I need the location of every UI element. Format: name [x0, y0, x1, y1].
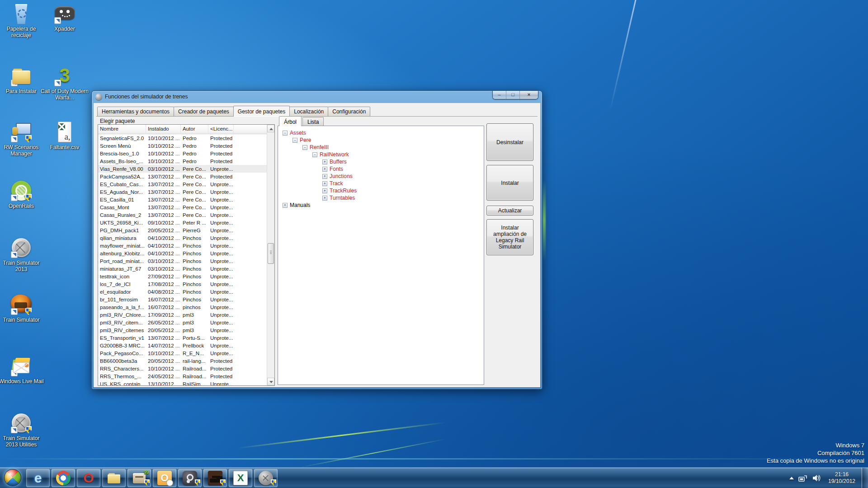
desktop-icon-windows-live-mail[interactable]: Windows Live Mail: [0, 355, 46, 385]
view-tab[interactable]: Lista: [302, 117, 324, 126]
G2000BB-3 MRC...[interactable]: G2000BB-3 MRC... 14/07/2012 ... Prellboc…: [98, 342, 267, 349]
taskbar-excel[interactable]: X: [229, 469, 252, 487]
tree-expander-icon[interactable]: +: [322, 167, 327, 172]
tab[interactable]: Creador de paquetes: [174, 107, 234, 116]
desktop-icon-train-simulator-2013-utilities[interactable]: Train Simulator 2013 Utilities: [0, 412, 46, 448]
tree-expander-icon[interactable]: +: [322, 160, 327, 164]
tree-expander-icon[interactable]: +: [322, 181, 327, 186]
window-titlebar[interactable]: Funciones del simulador de trenes: [92, 91, 542, 103]
tab[interactable]: Localización: [289, 107, 328, 116]
ES_Casilla_01[interactable]: ES_Casilla_01 13/07/2012 ... Pere Co... …: [98, 196, 267, 203]
tab[interactable]: Gestor de paquetes: [233, 106, 290, 117]
taskbar-outlook[interactable]: O: [153, 469, 176, 487]
altenburg_Klobitz...[interactable]: altenburg_Klobitz... 04/10/2012 ... Pinc…: [98, 249, 267, 257]
Assets_Bs-Iseo_...[interactable]: Assets_Bs-Iseo_... 10/10/2012 ... Pedro …: [98, 157, 267, 165]
Casas_Rurales_2[interactable]: Casas_Rurales_2 13/07/2012 ... Pere Co..…: [98, 211, 267, 219]
scroll-down-arrow-icon[interactable]: [267, 378, 274, 385]
network-icon[interactable]: [798, 474, 807, 482]
tree-expander-icon[interactable]: +: [283, 203, 288, 208]
taskbar-railworks[interactable]: [203, 469, 227, 487]
Port_road_miniat...[interactable]: Port_road_miniat... 03/10/2012 ... Pinch…: [98, 257, 267, 265]
ES_Aguada_Nor...[interactable]: ES_Aguada_Nor... 13/07/2012 ... Pere Co.…: [98, 188, 267, 196]
SegnaleticaFS_2.0[interactable]: SegnaleticaFS_2.0 10/10/2012 ... Pedro P…: [98, 134, 267, 142]
start-button[interactable]: [4, 469, 22, 487]
desktop-icon-xpadder[interactable]: Xpadder: [40, 3, 90, 32]
taskbar-app-99[interactable]: 99: [127, 469, 151, 487]
tab[interactable]: Herramientas y documentos: [97, 107, 174, 116]
action-button[interactable]: Instalar: [486, 165, 533, 201]
miniaturas_JT_67[interactable]: miniaturas_JT_67 03/10/2012 ... Pinchos …: [98, 265, 267, 272]
list-scrollbar[interactable]: [267, 125, 274, 385]
scroll-thumb[interactable]: [268, 243, 274, 264]
tree-expander-icon[interactable]: -: [302, 145, 307, 150]
Vias_Renfe_V8.00[interactable]: Vias_Renfe_V8.00 03/10/2012 ... Pere Co.…: [98, 165, 267, 173]
tree-expander-icon[interactable]: -: [312, 152, 317, 157]
RRS_Thermos_...[interactable]: RRS_Thermos_... 24/05/2012 ... Railroad.…: [98, 372, 267, 380]
tree-node[interactable]: + Manuals: [283, 202, 484, 209]
desktop-icon-call-of-duty[interactable]: 3 Call of Duty Modern Warfa...: [40, 65, 90, 101]
tree-node[interactable]: + Buffers: [322, 158, 484, 165]
tree-node[interactable]: - RenfeIII: [302, 144, 484, 151]
desktop-icon-recycle-bin[interactable]: Papelera de reciclaje: [0, 3, 46, 38]
column-header[interactable]: <Licenc...: [208, 125, 234, 134]
taskbar-steam[interactable]: [178, 469, 202, 487]
tree-expander-icon[interactable]: -: [283, 131, 288, 136]
qilian_miniatura[interactable]: qilian_miniatura 04/10/2012 ... Pinchos …: [98, 234, 267, 242]
ES_Transportin_v1[interactable]: ES_Transportin_v1 13/07/2012 ... Portu-S…: [98, 334, 267, 342]
PackCampsa52A...[interactable]: PackCampsa52A... 13/07/2012 ... Pere Co.…: [98, 173, 267, 180]
mayflower_miniat...[interactable]: mayflower_miniat... 04/10/2012 ... Pinch…: [98, 242, 267, 249]
desktop-icon-train-simulator[interactable]: Train Simulator: [0, 294, 46, 323]
column-header[interactable]: Nombre: [98, 125, 146, 134]
los_7_de_ICI[interactable]: los_7_de_ICI 17/08/2012 ... Pinchos Unpr…: [98, 280, 267, 288]
tree-node[interactable]: + Turntables: [322, 194, 484, 202]
US_KRS_contain[interactable]: US_KRS_contain 13/10/2012 RailSim... Unp…: [98, 380, 267, 385]
br_101_ferrosim[interactable]: br_101_ferrosim 16/07/2012 ... Pinchos U…: [98, 296, 267, 303]
Casas_Mont[interactable]: Casas_Mont 13/07/2012 ... Pere Co... Unp…: [98, 203, 267, 211]
tree-node[interactable]: + TrackRules: [322, 187, 484, 194]
testtrak_icon[interactable]: testtrak_icon 27/09/2012 ... Pinchos Unp…: [98, 272, 267, 280]
taskbar-internet-explorer[interactable]: e: [26, 469, 50, 487]
action-button[interactable]: Instalar ampliación de Legacy Rail Simul…: [486, 219, 533, 255]
el_esquilador[interactable]: el_esquilador 04/08/2012 ... Pinchos Unp…: [98, 288, 267, 296]
volume-icon[interactable]: [812, 474, 821, 482]
BB66000beta3a[interactable]: BB66000beta3a 20/05/2012 ... rail-lang..…: [98, 357, 267, 365]
tree-node[interactable]: + Fonts: [322, 165, 484, 173]
column-header[interactable]: Instalado: [146, 125, 181, 134]
pml3_RIV_citernes[interactable]: pml3_RIV_citernes 20/05/2012 ... pml3 Un…: [98, 326, 267, 334]
paseando_a_la_f...[interactable]: paseando_a_la_f... 16/07/2012 ... pincho…: [98, 303, 267, 311]
tree-node[interactable]: - Assets: [283, 129, 484, 136]
taskbar-opera[interactable]: O: [77, 469, 100, 487]
tree-node[interactable]: - Pere: [292, 136, 484, 144]
minimize-button[interactable]: –: [493, 91, 506, 99]
taskbar-chrome[interactable]: [52, 469, 75, 487]
scroll-up-arrow-icon[interactable]: [267, 125, 274, 132]
tree-expander-icon[interactable]: +: [322, 174, 327, 179]
desktop-icon-train-simulator-2013[interactable]: Train Simulator 2013: [0, 237, 46, 272]
taskbar-windows-explorer[interactable]: [102, 469, 126, 487]
UKTS_26958_Ki...[interactable]: UKTS_26958_Ki... 09/10/2012 ... Peter R …: [98, 219, 267, 226]
tab[interactable]: Configuración: [328, 107, 370, 116]
pml3_RIV_Chlore...[interactable]: pml3_RIV_Chlore... 17/09/2012 ... pml3 U…: [98, 311, 267, 319]
maximize-button[interactable]: □: [506, 91, 520, 99]
show-desktop-button[interactable]: [862, 468, 868, 488]
desktop-icon-faltante-csv[interactable]: a, Faltante.csv: [40, 121, 90, 150]
desktop-icon-openrails[interactable]: OpenRails: [0, 180, 46, 209]
desktop-icon-para-instalar[interactable]: Para Instalar: [0, 65, 46, 94]
action-button[interactable]: Actualizar: [486, 206, 533, 216]
hidden-icons-arrow-icon[interactable]: [789, 477, 794, 479]
ES_Cubato_Cas...[interactable]: ES_Cubato_Cas... 13/07/2012 ... Pere Co.…: [98, 180, 267, 188]
desktop-icon-rw-scenarios-manager[interactable]: RW Scenarios Manager: [0, 121, 46, 157]
tree-node[interactable]: + Junctions: [322, 173, 484, 180]
Screen Menù[interactable]: Screen Menù 10/10/2012 ... Pedro Protect…: [98, 142, 267, 150]
view-tab[interactable]: Árbol: [279, 116, 302, 126]
RRS_Characters...[interactable]: RRS_Characters... 10/10/2012 ... Railroa…: [98, 365, 267, 372]
close-button[interactable]: ×: [520, 91, 538, 99]
action-button[interactable]: Desinstalar: [486, 123, 533, 161]
PG_DMH_pack1[interactable]: PG_DMH_pack1 20/05/2012 ... PierreG Unpr…: [98, 226, 267, 234]
tree-expander-icon[interactable]: +: [322, 196, 327, 201]
Brescia-Iseo_1.0[interactable]: Brescia-Iseo_1.0 10/10/2012 ... Pedro Pr…: [98, 150, 267, 157]
taskbar-train-simulator[interactable]: [254, 469, 278, 487]
tree-node[interactable]: + Track: [322, 180, 484, 187]
column-header[interactable]: Autor: [181, 125, 208, 134]
tree-expander-icon[interactable]: -: [292, 138, 297, 143]
